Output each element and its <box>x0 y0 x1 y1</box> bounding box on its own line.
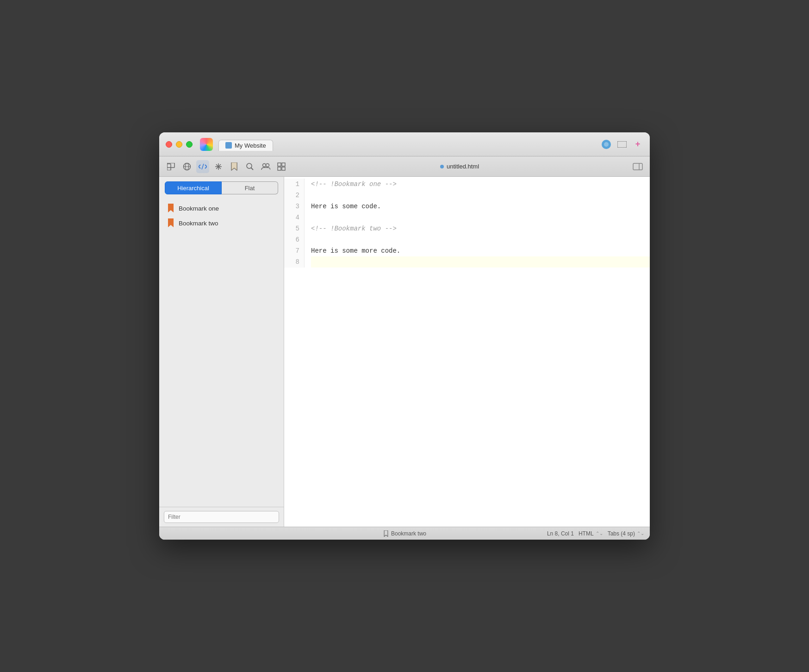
bookmark-two-icon <box>167 218 175 228</box>
svg-rect-22 <box>633 163 642 170</box>
position-status[interactable]: Ln 8, Col 1 <box>547 530 574 537</box>
svg-rect-20 <box>278 167 281 170</box>
svg-rect-19 <box>282 163 285 166</box>
bookmark-one-label: Bookmark one <box>179 205 219 212</box>
globe-button[interactable] <box>180 160 193 173</box>
file-button[interactable] <box>165 160 178 173</box>
editor-tab-title: untitled.html <box>291 163 629 170</box>
bookmark-one-icon <box>167 204 175 213</box>
indentation-label: Tabs (4 sp) <box>608 530 635 537</box>
search-button[interactable] <box>243 160 256 173</box>
line-num-7: 7 <box>284 245 299 256</box>
svg-rect-3 <box>618 142 623 147</box>
code-line-1: <!-- !Bookmark one --> <box>311 179 650 190</box>
traffic-lights <box>166 141 193 148</box>
app-icon <box>200 138 213 151</box>
main-content: Hierarchical Flat Bookmark one <box>159 177 650 527</box>
code-lines: <!-- !Bookmark one --> Here is some code… <box>305 179 650 268</box>
indentation-status[interactable]: Tabs (4 sp) ⌃⌄ <box>608 530 644 537</box>
browser-icon[interactable] <box>601 139 612 150</box>
code-line-5: <!-- !Bookmark two --> <box>311 223 650 234</box>
window-controls-right: + <box>601 139 643 150</box>
svg-rect-4 <box>167 164 171 170</box>
bookmark-status-label: Bookmark two <box>391 530 426 537</box>
tab-my-website[interactable]: My Website <box>218 140 273 151</box>
filter-input[interactable] <box>164 511 279 523</box>
svg-point-14 <box>247 163 252 168</box>
code-line-2 <box>311 190 650 201</box>
line-num-4: 4 <box>284 212 299 223</box>
line-num-5: 5 <box>284 223 299 234</box>
line-numbers: 1 2 3 4 5 6 7 8 <box>284 179 305 268</box>
indentation-chevron: ⌃⌄ <box>637 531 644 536</box>
code-line-4 <box>311 212 650 223</box>
bookmark-item-2[interactable]: Bookmark two <box>159 216 284 230</box>
hierarchical-toggle[interactable]: Hierarchical <box>165 181 222 194</box>
panel-icon[interactable] <box>616 139 628 150</box>
svg-line-9 <box>202 164 204 169</box>
grid-button[interactable] <box>275 160 288 173</box>
statusbar: Bookmark two Ln 8, Col 1 HTML ⌃⌄ Tabs (4… <box>159 527 650 540</box>
editor[interactable]: 1 2 3 4 5 6 7 8 <!-- !Bookmark one --> H… <box>284 177 650 527</box>
titlebar: My Website + <box>159 132 650 156</box>
svg-point-1 <box>604 142 609 147</box>
sidebar: Hierarchical Flat Bookmark one <box>159 177 284 527</box>
line-num-3: 3 <box>284 201 299 212</box>
svg-rect-21 <box>282 167 285 170</box>
view-toggle: Hierarchical Flat <box>159 177 284 199</box>
line-num-8: 8 <box>284 256 299 268</box>
collab-button[interactable] <box>259 160 272 173</box>
close-button[interactable] <box>166 141 172 148</box>
language-chevron: ⌃⌄ <box>596 531 603 536</box>
bookmark-nav-button[interactable] <box>228 160 241 173</box>
maximize-button[interactable] <box>186 141 193 148</box>
svg-line-15 <box>251 168 254 170</box>
toolbar: untitled.html <box>159 156 650 177</box>
tab-label: My Website <box>235 142 266 149</box>
code-line-8 <box>311 256 650 268</box>
statusbar-center: Bookmark two <box>324 530 484 537</box>
position-label: Ln 8, Col 1 <box>547 530 574 537</box>
inspector-button[interactable] <box>631 160 644 173</box>
bookmark-item-1[interactable]: Bookmark one <box>159 201 284 216</box>
code-line-3: Here is some code. <box>311 201 650 212</box>
add-tab-button[interactable]: + <box>632 139 643 150</box>
bookmark-status-icon <box>383 530 389 537</box>
code-line-7: Here is some more code. <box>311 245 650 256</box>
modified-indicator <box>440 165 444 168</box>
app-window: My Website + <box>159 132 650 540</box>
line-num-2: 2 <box>284 190 299 201</box>
folder-icon <box>225 142 232 149</box>
editor-content: 1 2 3 4 5 6 7 8 <!-- !Bookmark one --> H… <box>284 177 650 269</box>
flat-toggle[interactable]: Flat <box>222 181 278 194</box>
filename-label: untitled.html <box>447 163 479 170</box>
minimize-button[interactable] <box>176 141 182 148</box>
line-num-1: 1 <box>284 179 299 190</box>
code-line-6 <box>311 234 650 245</box>
statusbar-right: Ln 8, Col 1 HTML ⌃⌄ Tabs (4 sp) ⌃⌄ <box>485 530 644 537</box>
svg-rect-18 <box>278 163 281 166</box>
svg-point-17 <box>266 163 269 167</box>
bookmark-status[interactable]: Bookmark two <box>383 530 426 537</box>
code-button[interactable] <box>196 160 209 173</box>
svg-point-16 <box>263 163 266 167</box>
filter-bar <box>159 507 284 527</box>
bookmark-two-label: Bookmark two <box>179 220 218 227</box>
line-num-6: 6 <box>284 234 299 245</box>
language-label: HTML <box>579 530 594 537</box>
bookmark-list: Bookmark one Bookmark two <box>159 199 284 507</box>
star-button[interactable] <box>212 160 225 173</box>
language-status[interactable]: HTML ⌃⌄ <box>579 530 603 537</box>
